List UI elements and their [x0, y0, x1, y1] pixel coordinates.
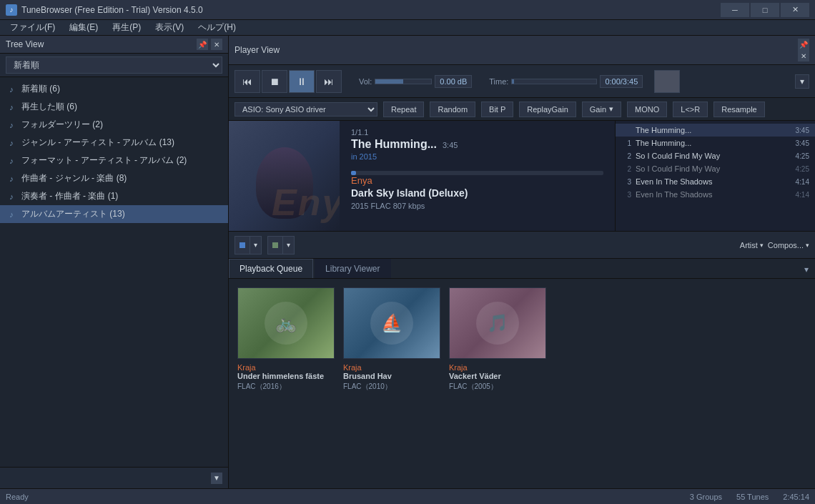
- player-pin-button[interactable]: 📌: [798, 39, 809, 50]
- next-button[interactable]: ⏭: [316, 70, 342, 93]
- tree-item-icon: ♪: [6, 173, 17, 184]
- menu-file[interactable]: ファイル(F): [3, 20, 62, 35]
- track-dur-cell: 4:25: [796, 165, 809, 173]
- queue-action-button[interactable]: ▾: [267, 236, 295, 255]
- queue-column-controls: Artist ▾ Compos... ▾: [740, 241, 809, 249]
- track-row[interactable]: 3 Even In The Shadows 4:14: [616, 175, 815, 188]
- player-panel: Player View 📌 ✕ ⏮ ⏹ ⏸ ⏭ Vol: 0.00 dB: [229, 36, 815, 488]
- track-row[interactable]: 2 So I Could Find My Way 4:25: [616, 149, 815, 162]
- tab-expand-button[interactable]: ▾: [798, 261, 815, 278]
- artist-column-header[interactable]: Artist ▾: [740, 241, 764, 249]
- composer-column-header[interactable]: Compos... ▾: [768, 241, 809, 249]
- maximize-button[interactable]: □: [751, 3, 779, 17]
- album-art-image: ⛵: [344, 288, 440, 358]
- tree-item-icon: ♪: [6, 155, 17, 167]
- spectrum-display: [654, 70, 680, 93]
- album-card[interactable]: ⛵ Kraja Brusand Hav FLAC（2010）: [343, 287, 440, 480]
- track-dur-cell: 4:14: [796, 191, 809, 199]
- close-button[interactable]: ✕: [781, 3, 809, 17]
- artist-col-arrow: ▾: [760, 242, 764, 249]
- statusbar: Ready 3 Groups 55 Tunes 2:45:14: [0, 488, 815, 504]
- tree-item[interactable]: ♪ フォーマット - アーティスト - アルバム (2): [0, 152, 228, 169]
- tree-pin-button[interactable]: 📌: [197, 39, 208, 50]
- window-controls: ─ □ ✕: [721, 3, 809, 17]
- tab-library-viewer[interactable]: Library Viewer: [315, 259, 390, 278]
- resample-button[interactable]: Resample: [713, 102, 765, 117]
- album-art-image: 🎵: [450, 288, 545, 358]
- tab-playback-queue[interactable]: Playback Queue: [229, 259, 313, 278]
- track-year-label: in 2015: [351, 152, 603, 161]
- track-name-cell: The Humming...: [636, 139, 791, 147]
- time-slider[interactable]: [511, 79, 597, 84]
- track-row-dim[interactable]: 2 So I Could Find My Way 4:25: [616, 162, 815, 175]
- tree-close-button[interactable]: ✕: [211, 39, 222, 50]
- album-card[interactable]: 🚲 Kraja Under himmelens fäste FLAC（2016）: [237, 287, 335, 480]
- groups-count: 3 Groups: [690, 493, 722, 501]
- track-dur-cell: 4:25: [796, 152, 809, 160]
- album-meta: FLAC（2016）: [237, 382, 335, 392]
- now-playing-section: Enya 1/1.1 The Humming... 3:45 in 2015 E…: [229, 121, 815, 232]
- tree-item[interactable]: ♪ 再生した順 (6): [0, 98, 228, 116]
- main-layout: Tree View 📌 ✕ 新着順 再生した順 フォルダーツリー ジャンル - …: [0, 36, 815, 488]
- time-section: Time: 0:00/3:45: [489, 75, 643, 88]
- gain-button[interactable]: Gain ▾: [582, 102, 621, 117]
- tree-panel: Tree View 📌 ✕ 新着順 再生した順 フォルダーツリー ジャンル - …: [0, 36, 229, 488]
- repeat-button[interactable]: Repeat: [383, 102, 424, 117]
- artist-name: Enya: [351, 175, 603, 186]
- queue-add-button[interactable]: ▾: [234, 236, 262, 255]
- player-panel-controls: 📌 ✕: [798, 39, 809, 61]
- titlebar: ♪ TuneBrowser (Free Edition - Trial) Ver…: [0, 0, 815, 20]
- play-pause-button[interactable]: ⏸: [289, 70, 315, 93]
- track-num-cell: 3: [621, 191, 631, 199]
- tree-item-label: フォルダーツリー (2): [21, 119, 103, 131]
- track-row[interactable]: 1 The Humming... 3:45: [616, 137, 815, 149]
- tree-item-label: 再生した順 (6): [21, 101, 77, 113]
- minimize-button[interactable]: ─: [721, 3, 749, 17]
- stop-button[interactable]: ⏹: [262, 70, 287, 93]
- menu-play[interactable]: 再生(P): [105, 20, 148, 35]
- track-row-dim[interactable]: 3 Even In The Shadows 4:14: [616, 188, 815, 201]
- total-time: 2:45:14: [783, 493, 809, 501]
- tree-sort-section: 新着順 再生した順 フォルダーツリー ジャンル - アーティスト - アルバム …: [0, 54, 228, 77]
- queue-add-arrow[interactable]: ▾: [250, 237, 261, 254]
- menu-help[interactable]: ヘルプ(H): [191, 20, 243, 35]
- tree-item[interactable]: ♪ 新着順 (6): [0, 80, 228, 98]
- replaygain-button[interactable]: ReplayGain: [519, 102, 576, 117]
- audio-driver-select[interactable]: ASIO: Sony ASIO driver: [234, 102, 377, 117]
- tree-sort-select[interactable]: 新着順 再生した順 フォルダーツリー ジャンル - アーティスト - アルバム …: [6, 56, 222, 74]
- app-icon: ♪: [6, 4, 17, 16]
- bitp-button[interactable]: Bit P: [481, 102, 513, 117]
- volume-section: Vol: 0.00 dB: [359, 75, 472, 88]
- artist-col-text: Artist: [740, 241, 758, 249]
- tunes-count: 55 Tunes: [736, 493, 769, 501]
- tree-item[interactable]: ♪ 演奏者 - 作曲者 - 楽曲 (1): [0, 187, 228, 205]
- volume-slider[interactable]: [375, 79, 432, 84]
- tree-panel-controls: 📌 ✕: [197, 39, 222, 50]
- queue-action-arrow[interactable]: ▾: [282, 237, 294, 254]
- tree-item[interactable]: ♪ ジャンル - アーティスト - アルバム (13): [0, 134, 228, 152]
- mono-button[interactable]: MONO: [627, 102, 667, 117]
- tree-item[interactable]: ♪ 作曲者 - ジャンル - 楽曲 (8): [0, 169, 228, 187]
- track-title: The Humming...: [351, 138, 437, 151]
- player-panel-title: Player View: [234, 45, 280, 55]
- album-thumbnail: 🎵: [449, 287, 546, 359]
- tree-item[interactable]: ♪ フォルダーツリー (2): [0, 116, 228, 134]
- menu-view[interactable]: 表示(V): [148, 20, 191, 35]
- tracklist: The Humming... 3:45 1 The Humming... 3:4…: [615, 121, 815, 231]
- queue-toolbar: ▾ ▾ Artist ▾ Compos... ▾: [229, 232, 815, 259]
- album-artist: Kraja: [449, 363, 546, 372]
- tree-item-label: 演奏者 - 作曲者 - 楽曲 (1): [21, 190, 118, 202]
- album-card[interactable]: 🎵 Kraja Vackert Väder FLAC（2005）: [449, 287, 546, 480]
- tree-item-label: 新着順 (6): [21, 83, 60, 95]
- prev-button[interactable]: ⏮: [234, 70, 260, 93]
- player-close-button[interactable]: ✕: [798, 50, 809, 61]
- player-expand-button[interactable]: ▾: [795, 74, 809, 89]
- tree-expand-button[interactable]: ▼: [211, 473, 222, 484]
- track-row-playing[interactable]: The Humming... 3:45: [616, 124, 815, 137]
- track-name-cell: Even In The Shadows: [636, 177, 791, 186]
- tree-item-label: ジャンル - アーティスト - アルバム (13): [21, 137, 174, 149]
- menu-edit[interactable]: 編集(E): [62, 20, 105, 35]
- lr-button[interactable]: L<>R: [673, 102, 708, 117]
- tree-item-selected[interactable]: ♪ アルバムアーティスト (13): [0, 205, 228, 223]
- random-button[interactable]: Random: [430, 102, 475, 117]
